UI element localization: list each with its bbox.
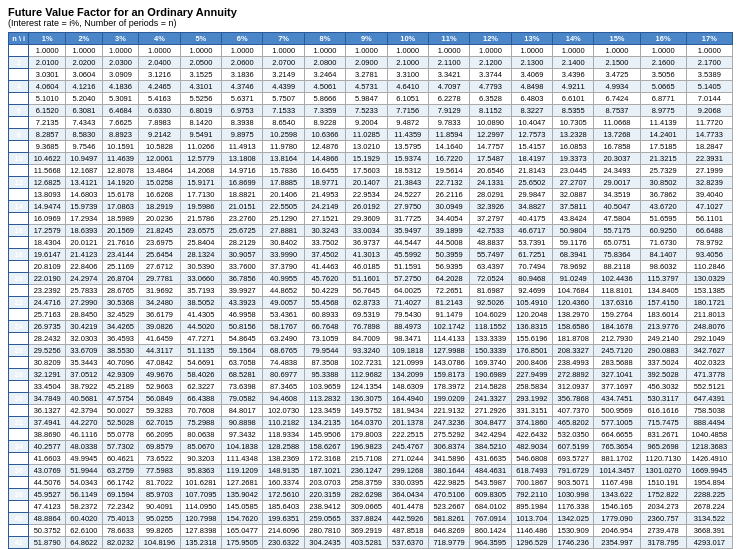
cell-r4-c8: 5.8666 <box>304 93 345 105</box>
cell-r38-c15: 1546.165 <box>594 501 640 513</box>
table-row: 66.15206.30816.46846.63306.80196.97537.1… <box>9 105 733 117</box>
cell-r26-c7: 74.4838 <box>263 357 304 369</box>
cell-r25-c7: 68.6765 <box>263 345 304 357</box>
cell-r35-c3: 63.2759 <box>102 465 139 477</box>
cell-r24-c14: 181.8708 <box>553 333 594 345</box>
cell-r17-c3: 23.4144 <box>102 249 139 261</box>
cell-r4-c15: 6.7424 <box>594 93 640 105</box>
cell-r36-c11: 422.9825 <box>428 477 469 489</box>
cell-r12-c10: 24.5227 <box>387 189 428 201</box>
cell-r32-c9: 179.8003 <box>346 429 387 441</box>
cell-r30-c13: 331.3151 <box>511 405 552 417</box>
cell-r0-c13: 1.0000 <box>511 45 552 57</box>
cell-r28-c17: 552.5121 <box>686 381 732 393</box>
cell-r29-c17: 647.4391 <box>686 393 732 405</box>
row-header: 24 <box>9 321 29 333</box>
cell-r11-c1: 12.6825 <box>29 177 66 189</box>
cell-r14-c6: 23.2760 <box>222 213 263 225</box>
cell-r3-c15: 4.9934 <box>594 81 640 93</box>
cell-r21-c9: 62.8733 <box>346 297 387 309</box>
cell-r11-c12: 24.1331 <box>470 177 511 189</box>
row-header: 16 <box>9 225 29 237</box>
cell-r27-c13: 227.9499 <box>511 369 552 381</box>
cell-r35-c2: 51.9944 <box>66 465 103 477</box>
table-row: 1920.810922.840625.116927.671230.539033.… <box>9 261 733 273</box>
cell-r35-c17: 1669.9945 <box>686 465 732 477</box>
cell-r26-c5: 54.6691 <box>180 357 221 369</box>
cell-r24-c1: 28.2432 <box>29 333 66 345</box>
cell-r11-c3: 14.1920 <box>102 177 139 189</box>
cell-r10-c2: 12.1687 <box>66 165 103 177</box>
table-row: 1212.682513.412114.192015.025815.917116.… <box>9 177 733 189</box>
cell-r21-c10: 71.4027 <box>387 297 428 309</box>
table-row: 3643.076951.994463.275977.598395.8363119… <box>9 465 733 477</box>
cell-r40-c15: 2046.954 <box>594 525 640 537</box>
cell-r28-c2: 38.7922 <box>66 381 103 393</box>
cell-r7-c14: 13.2328 <box>553 129 594 141</box>
cell-r18-c12: 63.4397 <box>470 261 511 273</box>
cell-r26-c11: 143.0786 <box>428 357 469 369</box>
cell-r10-c13: 21.8143 <box>511 165 552 177</box>
cell-r14-c8: 27.1521 <box>304 213 345 225</box>
cell-r8-c13: 15.4157 <box>511 141 552 153</box>
cell-r19-c14: 91.0249 <box>553 273 594 285</box>
cell-r27-c17: 471.3778 <box>686 369 732 381</box>
row-header: 35 <box>9 453 29 465</box>
cell-r39-c2: 60.4020 <box>66 513 103 525</box>
cell-r39-c4: 95.0255 <box>139 513 180 525</box>
table-row: 33.03013.06043.09093.12163.15253.18363.2… <box>9 69 733 81</box>
cell-r29-c1: 34.7849 <box>29 393 66 405</box>
cell-r9-c16: 21.3215 <box>640 153 686 165</box>
cell-r4-c11: 6.2278 <box>428 93 469 105</box>
cell-r8-c1: 9.3685 <box>29 141 66 153</box>
cell-r39-c6: 154.7620 <box>222 513 263 525</box>
col-header-5%: 5% <box>180 33 221 45</box>
col-header-16%: 16% <box>640 33 686 45</box>
table-row: 3440.257748.033857.730269.857985.0670104… <box>9 441 733 453</box>
cell-r13-c8: 24.2149 <box>304 201 345 213</box>
row-header: 28 <box>9 369 29 381</box>
cell-r21-c3: 30.5368 <box>102 297 139 309</box>
cell-r34-c1: 41.6603 <box>29 453 66 465</box>
cell-r12-c16: 36.7862 <box>640 189 686 201</box>
cell-r17-c4: 25.6454 <box>139 249 180 261</box>
cell-r18-c8: 41.4463 <box>304 261 345 273</box>
cell-r30-c2: 42.3794 <box>66 405 103 417</box>
cell-r6-c10: 9.4872 <box>387 117 428 129</box>
cell-r10-c10: 18.5312 <box>387 165 428 177</box>
cell-r25-c2: 33.6709 <box>66 345 103 357</box>
cell-r6-c5: 8.1420 <box>180 117 221 129</box>
row-header: 31 <box>9 405 29 417</box>
cell-r37-c10: 364.0434 <box>387 489 428 501</box>
cell-r41-c6: 175.9505 <box>222 537 263 549</box>
cell-r9-c1: 10.4622 <box>29 153 66 165</box>
cell-r31-c3: 52.5028 <box>102 417 139 429</box>
cell-r2-c6: 3.1836 <box>222 69 263 81</box>
table-row: 11.00001.00001.00001.00001.00001.00001.0… <box>9 45 733 57</box>
cell-r21-c5: 38.5052 <box>180 297 221 309</box>
cell-r4-c7: 5.7507 <box>263 93 304 105</box>
col-header-4%: 4% <box>139 33 180 45</box>
cell-r5-c3: 6.4684 <box>102 105 139 117</box>
cell-r14-c15: 47.5804 <box>594 213 640 225</box>
cell-r36-c10: 330.0395 <box>387 477 428 489</box>
cell-r37-c11: 470.5106 <box>428 489 469 501</box>
cell-r12-c17: 39.4040 <box>686 189 732 201</box>
cell-r21-c17: 180.1721 <box>686 297 732 309</box>
cell-r9-c15: 20.3037 <box>594 153 640 165</box>
cell-r22-c4: 36.6179 <box>139 309 180 321</box>
cell-r7-c9: 11.0285 <box>346 129 387 141</box>
cell-r18-c7: 37.3790 <box>263 261 304 273</box>
cell-r30-c9: 149.5752 <box>346 405 387 417</box>
cell-r37-c8: 220.3159 <box>304 489 345 501</box>
cell-r5-c9: 7.5233 <box>346 105 387 117</box>
cell-r30-c4: 59.3283 <box>139 405 180 417</box>
cell-r4-c13: 6.4803 <box>511 93 552 105</box>
cell-r14-c2: 17.2934 <box>66 213 103 225</box>
table-row: 2224.471627.299030.536834.248038.505243.… <box>9 297 733 309</box>
table-row: 1111.566812.168712.807813.486414.206814.… <box>9 165 733 177</box>
table-row: 1516.096917.293418.598920.023621.578623.… <box>9 213 733 225</box>
cell-r37-c17: 2288.225 <box>686 489 732 501</box>
cell-r34-c7: 138.2369 <box>263 453 304 465</box>
cell-r3-c16: 5.0665 <box>640 81 686 93</box>
